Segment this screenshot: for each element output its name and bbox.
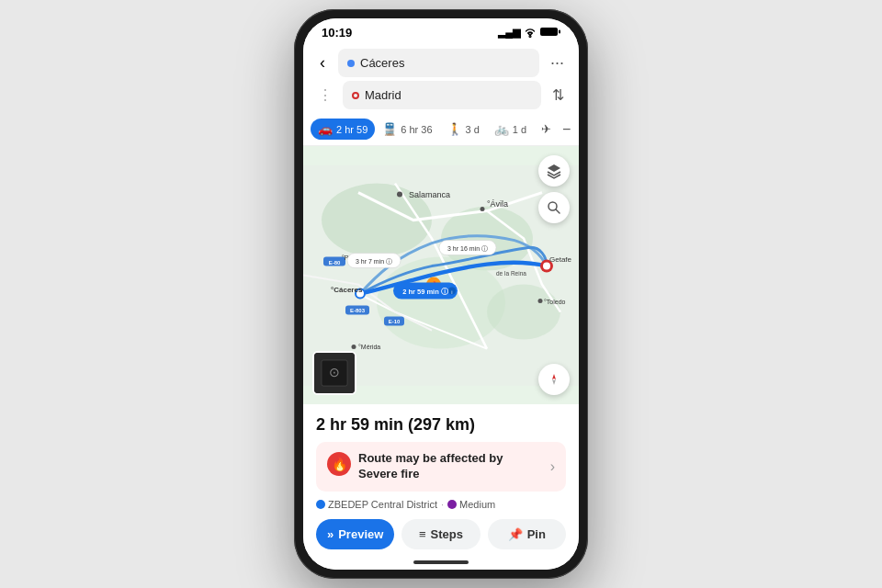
- svg-point-27: [352, 345, 356, 349]
- signal-icon: ▂▄▆: [498, 27, 520, 39]
- car-icon: 🚗: [318, 122, 333, 136]
- tab-driving[interactable]: 🚗 2 hr 59: [311, 119, 375, 140]
- search-row-origin: ‹ Cáceres ···: [314, 49, 568, 77]
- layers-icon: [546, 163, 562, 179]
- svg-line-39: [556, 209, 560, 213]
- svg-point-6: [487, 285, 560, 340]
- steps-button[interactable]: ≡ Steps: [401, 519, 480, 549]
- alert-box[interactable]: 🔥 Route may be affected by Severe fire ›: [316, 442, 566, 492]
- pin-icon: 📌: [508, 527, 523, 541]
- transit-time: 6 hr 36: [401, 124, 432, 135]
- svg-text:E-10: E-10: [389, 319, 401, 324]
- svg-text:de la Reina: de la Reina: [496, 270, 526, 277]
- map-thumbnail[interactable]: ⊙: [312, 351, 356, 395]
- action-buttons: » Preview ≡ Steps 📌 Pin: [316, 519, 566, 549]
- chip-medium-label: Medium: [459, 499, 495, 510]
- fire-emoji: 🔥: [332, 457, 347, 471]
- search-map-button[interactable]: [538, 192, 570, 223]
- status-icons: ▂▄▆: [498, 27, 560, 40]
- destination-input-box[interactable]: Madrid: [343, 81, 541, 109]
- battery-icon: [540, 27, 560, 39]
- steps-icon: ≡: [419, 527, 426, 541]
- preview-icon: »: [327, 527, 334, 541]
- svg-point-25: [538, 299, 543, 303]
- origin-text: Cáceres: [360, 56, 404, 70]
- search-row-destination: ⋮ Madrid ⇅: [314, 81, 568, 109]
- destination-pin-icon: [352, 92, 359, 99]
- thumbnail-icon: ⊙: [314, 353, 355, 393]
- preview-button[interactable]: » Preview: [316, 519, 394, 549]
- svg-rect-1: [559, 30, 560, 34]
- train-icon: 🚆: [382, 122, 397, 136]
- svg-text:°Cáceres: °Cáceres: [331, 286, 363, 294]
- map-area: E-80 E-803 E-10: [303, 146, 579, 404]
- svg-point-20: [481, 207, 485, 211]
- alert-chevron-icon: ›: [550, 458, 555, 475]
- destination-text: Madrid: [365, 88, 401, 102]
- origin-input-box[interactable]: Cáceres: [338, 49, 539, 77]
- status-time: 10:19: [322, 26, 352, 40]
- more-options-button[interactable]: ···: [547, 50, 568, 76]
- bottom-panel: 2 hr 59 min (297 km) 🔥 Route may be affe…: [303, 404, 579, 557]
- svg-text:°Mérida: °Mérida: [358, 344, 380, 350]
- svg-text:°Ávila: °Ávila: [487, 199, 508, 209]
- chip-zbedep-label: ZBEDEP Central District: [328, 499, 437, 510]
- compass-icon: [546, 371, 562, 388]
- bike-icon: 🚲: [494, 122, 509, 136]
- svg-marker-40: [552, 374, 556, 379]
- tab-transit[interactable]: 🚆 6 hr 36: [375, 119, 439, 140]
- svg-text:3 hr 16 min ⓘ: 3 hr 16 min ⓘ: [447, 245, 488, 252]
- wifi-icon: [524, 27, 537, 40]
- route-vdots-icon: ⋮: [314, 88, 335, 103]
- svg-text:3 hr 7 min ⓘ: 3 hr 7 min ⓘ: [356, 258, 392, 265]
- search-map-icon: [547, 200, 561, 215]
- info-chips: ZBEDEP Central District · Medium: [316, 499, 566, 510]
- driving-time: 2 hr 59: [336, 124, 368, 135]
- svg-rect-0: [540, 28, 558, 36]
- alert-title: Route may be affected by Severe fire: [358, 451, 503, 482]
- svg-text:E-80: E-80: [329, 260, 341, 266]
- chip-purple-dot: [447, 500, 457, 509]
- walk-icon: 🚶: [447, 122, 462, 136]
- chip-medium: Medium: [447, 499, 495, 510]
- chip-blue-dot: [316, 500, 325, 509]
- status-bar: 10:19 ▂▄▆: [303, 18, 579, 43]
- svg-point-18: [397, 192, 402, 198]
- svg-text:E-803: E-803: [350, 308, 366, 313]
- origin-dot-icon: [347, 60, 355, 67]
- svg-text:i: i: [451, 289, 452, 295]
- plane-icon: ✈: [541, 122, 551, 136]
- compass-button[interactable]: [538, 364, 570, 395]
- transport-tabs: 🚗 2 hr 59 🚆 6 hr 36 🚶 3 d 🚲 1 d ✈ −: [303, 115, 579, 146]
- tab-walking[interactable]: 🚶 3 d: [440, 119, 487, 140]
- svg-text:2 hr 59 min ⓘ: 2 hr 59 min ⓘ: [402, 288, 449, 296]
- preview-label: Preview: [338, 527, 383, 541]
- phone-shell: 10:19 ▂▄▆ ‹ Cáceres ···: [294, 9, 588, 579]
- pin-button[interactable]: 📌 Pin: [488, 519, 566, 549]
- svg-text:Salamanca: Salamanca: [409, 190, 450, 199]
- pin-label: Pin: [527, 527, 546, 541]
- chip-separator: ·: [441, 499, 444, 510]
- route-summary: 2 hr 59 min (297 km): [316, 415, 566, 435]
- home-bar: [413, 560, 469, 564]
- svg-text:°Toledo: °Toledo: [544, 299, 566, 305]
- remove-tab-button[interactable]: −: [562, 121, 571, 138]
- chip-zbedep: ZBEDEP Central District: [316, 499, 437, 510]
- home-indicator: [303, 557, 579, 570]
- alert-text-area: Route may be affected by Severe fire: [358, 451, 503, 482]
- steps-label: Steps: [431, 527, 463, 541]
- walking-time: 3 d: [466, 124, 480, 135]
- svg-text:Getafe: Getafe: [549, 255, 572, 264]
- search-area: ‹ Cáceres ··· ⋮ Madrid ⇅: [303, 43, 579, 115]
- tab-flight[interactable]: ✈: [534, 119, 559, 140]
- tab-cycling[interactable]: 🚲 1 d: [487, 119, 534, 140]
- svg-marker-41: [552, 379, 556, 385]
- layers-button[interactable]: [538, 155, 570, 187]
- back-button[interactable]: ‹: [314, 51, 331, 74]
- fire-alert-icon: 🔥: [327, 452, 351, 476]
- alert-left: 🔥 Route may be affected by Severe fire: [327, 451, 503, 482]
- svg-text:⊙: ⊙: [329, 365, 340, 379]
- swap-direction-button[interactable]: ⇅: [548, 83, 568, 107]
- cycling-time: 1 d: [513, 124, 526, 135]
- svg-point-15: [543, 263, 550, 270]
